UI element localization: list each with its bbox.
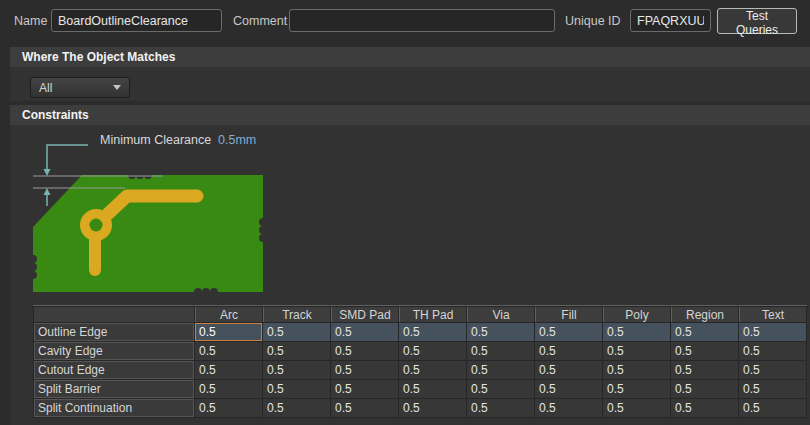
matrix-row-cavity-edge: Cavity Edge 0.5 0.5 0.5 0.5 0.5 0.5 0.5 … (34, 342, 806, 360)
where-section-body: All (10, 67, 810, 101)
comment-label: Comment (233, 14, 287, 28)
where-section-header: Where The Object Matches (10, 47, 810, 67)
row-label: Split Continuation (34, 399, 194, 417)
matrix-cell[interactable]: 0.5 (535, 380, 602, 398)
matrix-cell[interactable]: 0.5 (739, 342, 806, 360)
row-label: Cavity Edge (34, 342, 194, 360)
matrix-cell[interactable]: 0.5 (671, 380, 738, 398)
matrix-cell[interactable]: 0.5 (671, 361, 738, 379)
row-label: Cutout Edge (34, 361, 194, 379)
column-header-via: Via (467, 307, 534, 322)
board-clearance-illustration (23, 130, 273, 302)
matrix-cell[interactable]: 0.5 (263, 342, 330, 360)
name-label: Name (14, 14, 47, 28)
matrix-cell[interactable]: 0.5 (535, 361, 602, 379)
comment-input[interactable] (289, 9, 555, 32)
matrix-cell[interactable]: 0.5 (331, 380, 398, 398)
matrix-cell[interactable]: 0.5 (399, 361, 466, 379)
matrix-cell[interactable]: 0.5 (739, 361, 806, 379)
matrix-cell[interactable]: 0.5 (195, 399, 262, 417)
matrix-cell[interactable]: 0.5 (263, 399, 330, 417)
matrix-cell[interactable]: 0.5 (195, 361, 262, 379)
matrix-cell[interactable]: 0.5 (399, 323, 466, 341)
matrix-cell[interactable]: 0.5 (331, 361, 398, 379)
test-queries-button[interactable]: Test Queries (717, 8, 797, 34)
column-header-region: Region (671, 307, 738, 322)
matrix-row-split-continuation: Split Continuation 0.5 0.5 0.5 0.5 0.5 0… (34, 399, 806, 417)
matrix-cell[interactable]: 0.5 (603, 323, 670, 341)
matrix-cell[interactable]: 0.5 (535, 323, 602, 341)
matrix-cell[interactable]: 0.5 (535, 342, 602, 360)
column-header-fill: Fill (535, 307, 602, 322)
matrix-cell[interactable]: 0.5 (263, 323, 330, 341)
column-header-text: Text (739, 307, 806, 322)
column-header-th-pad: TH Pad (399, 307, 466, 322)
pad-hole (90, 219, 103, 232)
matrix-cell[interactable]: 0.5 (263, 361, 330, 379)
matrix-cell[interactable]: 0.5 (671, 399, 738, 417)
clearance-matrix-table: Arc Track SMD Pad TH Pad Via Fill Poly R… (33, 305, 807, 418)
rule-header-bar: Name Comment Unique ID Test Queries (0, 0, 810, 45)
matrix-cell[interactable]: 0.5 (671, 342, 738, 360)
matrix-cell[interactable]: 0.5 (739, 399, 806, 417)
matrix-cell[interactable]: 0.5 (195, 342, 262, 360)
row-label: Split Barrier (34, 380, 194, 398)
column-header-arc: Arc (195, 307, 262, 322)
scope-dropdown-value: All (31, 81, 113, 95)
matrix-cell[interactable]: 0.5 (467, 361, 534, 379)
matrix-cell[interactable]: 0.5 (603, 342, 670, 360)
matrix-cell[interactable]: 0.5 (535, 399, 602, 417)
matrix-cell[interactable]: 0.5 (331, 399, 398, 417)
name-input[interactable] (51, 9, 222, 32)
matrix-header-row: Arc Track SMD Pad TH Pad Via Fill Poly R… (34, 307, 806, 322)
constraints-section-body: Minimum Clearance 0.5mm (10, 125, 810, 425)
column-header-poly: Poly (603, 307, 670, 322)
matrix-cell[interactable]: 0.5 (399, 342, 466, 360)
matrix-row-cutout-edge: Cutout Edge 0.5 0.5 0.5 0.5 0.5 0.5 0.5 … (34, 361, 806, 379)
matrix-cell[interactable]: 0.5 (467, 399, 534, 417)
matrix-cell[interactable]: 0.5 (467, 342, 534, 360)
matrix-cell[interactable]: 0.5 (331, 342, 398, 360)
matrix-row-split-barrier: Split Barrier 0.5 0.5 0.5 0.5 0.5 0.5 0.… (34, 380, 806, 398)
matrix-cell[interactable]: 0.5 (195, 380, 262, 398)
matrix-cell[interactable]: 0.5 (263, 380, 330, 398)
matrix-cell[interactable]: 0.5 (399, 399, 466, 417)
row-label: Outline Edge (34, 323, 194, 341)
unique-id-input[interactable] (630, 9, 711, 32)
matrix-cell[interactable]: 0.5 (739, 380, 806, 398)
matrix-cell[interactable]: 0.5 (603, 361, 670, 379)
matrix-cell[interactable]: 0.5 (603, 380, 670, 398)
chevron-down-icon (113, 85, 121, 90)
matrix-cell[interactable]: 0.5 (467, 380, 534, 398)
matrix-row-outline-edge: Outline Edge 0.5 0.5 0.5 0.5 0.5 0.5 0.5… (34, 323, 806, 341)
matrix-cell[interactable]: 0.5 (331, 323, 398, 341)
matrix-cell-selected[interactable]: 0.5 (195, 323, 262, 341)
matrix-cell[interactable]: 0.5 (603, 399, 670, 417)
matrix-cell[interactable]: 0.5 (739, 323, 806, 341)
matrix-corner-cell (34, 307, 194, 322)
matrix-cell[interactable]: 0.5 (671, 323, 738, 341)
matrix-cell[interactable]: 0.5 (399, 380, 466, 398)
constraints-section-header: Constraints (10, 105, 810, 125)
matrix-cell[interactable]: 0.5 (467, 323, 534, 341)
column-header-track: Track (263, 307, 330, 322)
scope-dropdown[interactable]: All (30, 77, 130, 98)
column-header-smd-pad: SMD Pad (331, 307, 398, 322)
unique-id-label: Unique ID (565, 14, 621, 28)
